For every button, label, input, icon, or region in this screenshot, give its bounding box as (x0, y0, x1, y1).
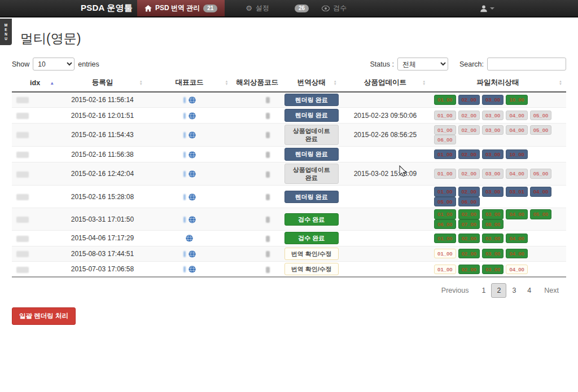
globe-icon[interactable] (189, 216, 196, 223)
file-status-badge[interactable]: 02_00 (458, 187, 480, 196)
file-status-badge[interactable]: 01_00 (434, 95, 456, 104)
status-badge[interactable]: 렌더링 완료 (284, 109, 339, 121)
table-row[interactable]: 2015-02-16 11:56:38렌더링 완료01_0002_0003_00… (12, 147, 566, 162)
file-status-badge[interactable]: 04_00 (506, 111, 527, 120)
file-status-badge[interactable]: 02_00 (458, 169, 480, 178)
table-row[interactable]: 2015-08-03 17:44:51번역 확인/수정01_0002_0003_… (12, 246, 566, 262)
user-menu[interactable] (480, 0, 494, 16)
nav-item-settings[interactable]: ⚙ 설정 (238, 0, 277, 16)
file-status-badge[interactable]: 04_00 (530, 187, 551, 196)
file-status-badge[interactable]: 02_00 (458, 209, 480, 219)
table-row[interactable]: 2015-02-16 12:01:51렌더링 완료2015-02-23 09:5… (12, 108, 566, 124)
table-row[interactable]: 2015-02-16 11:54:43상품업데이트 완료2015-02-26 0… (12, 123, 566, 147)
globe-icon[interactable] (189, 151, 196, 158)
file-status-badge[interactable]: 02_00 (458, 95, 480, 104)
file-status-badge[interactable]: 04_00 (506, 234, 527, 243)
nav-item-psd-translation[interactable]: PSD 번역 관리 21 (137, 0, 225, 16)
menu-side-tab[interactable]: MENU (0, 19, 12, 45)
status-badge[interactable]: 렌더링 완료 (284, 148, 339, 160)
file-status-badge[interactable]: 03_00 (482, 149, 503, 159)
file-status-badge[interactable]: 03_00 (482, 234, 503, 243)
file-status-badge[interactable]: 05_00 (530, 169, 551, 178)
status-badge[interactable]: 렌더링 완료 (284, 94, 339, 106)
file-status-badge[interactable]: 03_00 (482, 265, 503, 274)
col-header-reg[interactable]: 등록일▲▼ (58, 74, 146, 92)
file-status-badge[interactable]: 10_00 (506, 95, 527, 104)
file-status-badge[interactable]: 02_00 (458, 149, 480, 159)
status-badge[interactable]: 번역 확인/수정 (284, 263, 339, 275)
file-status-badge[interactable]: 01_00 (434, 187, 456, 196)
globe-icon[interactable] (189, 112, 196, 120)
file-status-badge[interactable]: 01_00 (434, 111, 456, 120)
status-badge[interactable]: 상품업데이트 완료 (284, 164, 339, 184)
file-status-badge[interactable]: 02_00 (458, 265, 480, 274)
table-row[interactable]: 2015-04-06 17:17:29검수 완료01_0002_0003_000… (12, 231, 566, 246)
pagination-page-4[interactable]: 4 (522, 283, 537, 298)
file-status-badge[interactable]: 08_00 (482, 219, 503, 229)
file-status-badge[interactable]: 04_00 (506, 209, 527, 219)
page-length-select[interactable]: 10 (33, 58, 75, 71)
globe-icon[interactable] (189, 193, 196, 201)
file-status-badge[interactable]: 06_00 (434, 135, 456, 144)
file-status-badge[interactable]: 04_00 (506, 249, 527, 258)
status-badge[interactable]: 번역 확인/수정 (284, 248, 339, 260)
table-row[interactable]: 2015-02-16 12:42:04상품업데이트 완료2015-03-02 1… (12, 162, 566, 186)
status-badge[interactable]: 렌더링 완료 (284, 191, 339, 203)
file-status-badge[interactable]: 03_00 (482, 111, 503, 120)
file-status-badge[interactable]: 03_00 (482, 95, 503, 104)
batch-render-button[interactable]: 일괄 렌더링 처리 (12, 307, 76, 325)
status-filter-select[interactable]: 전체 (397, 58, 448, 71)
globe-icon[interactable] (189, 266, 196, 273)
file-status-badge[interactable]: 07_00 (458, 219, 480, 229)
status-badge[interactable]: 검수 완료 (284, 232, 339, 244)
file-status-badge[interactable]: 03_00 (482, 169, 503, 178)
file-status-badge[interactable]: 06_00 (434, 219, 456, 229)
table-row[interactable]: 2015-02-16 15:28:08렌더링 완료01_0002_0003_00… (12, 186, 566, 208)
globe-icon[interactable] (189, 96, 196, 104)
search-input[interactable] (487, 58, 566, 71)
file-status-badge[interactable]: 04_00 (506, 265, 527, 274)
col-header-ovs[interactable]: 해외상품코드▲▼ (233, 74, 282, 92)
file-status-badge[interactable]: 03_00 (482, 187, 503, 196)
globe-icon[interactable] (189, 131, 196, 139)
file-status-badge[interactable]: 03_00 (482, 249, 503, 258)
file-status-badge[interactable]: 01_00 (434, 234, 456, 243)
file-status-badge[interactable]: 01_00 (434, 125, 456, 135)
pagination-page-2[interactable]: 2 (491, 283, 506, 298)
file-status-badge[interactable]: 02_00 (458, 249, 480, 258)
file-status-badge[interactable]: 05_00 (530, 125, 551, 135)
file-status-badge[interactable]: 01_00 (434, 169, 456, 178)
file-status-badge[interactable]: 02_00 (458, 125, 480, 135)
file-status-badge[interactable]: 05_00 (530, 209, 551, 219)
table-row[interactable]: 2015-02-16 11:56:14렌더링 완료01_0002_0003_00… (12, 92, 566, 108)
pagination-page-3[interactable]: 3 (506, 283, 522, 298)
file-status-badge[interactable]: 01_00 (434, 265, 456, 274)
col-header-st[interactable]: 번역상태▲▼ (282, 74, 341, 92)
file-status-badge[interactable]: 01_00 (434, 149, 456, 159)
file-status-badge[interactable]: 04_00 (506, 125, 527, 135)
file-status-badge[interactable]: 02_00 (458, 234, 480, 243)
pagination-previous[interactable]: Previous (434, 283, 476, 298)
nav-item-review[interactable]: 검수 (314, 0, 354, 16)
table-row[interactable]: 2015-07-03 17:06:58번역 확인/수정01_0002_0003_… (12, 262, 566, 278)
globe-icon[interactable] (186, 235, 193, 242)
pagination-next[interactable]: Next (537, 283, 566, 298)
file-status-badge[interactable]: 02_00 (458, 111, 480, 120)
file-status-badge[interactable]: 03_00 (482, 125, 503, 135)
status-badge[interactable]: 상품업데이트 완료 (284, 125, 339, 146)
file-status-badge[interactable]: 04_00 (506, 169, 527, 178)
file-status-badge[interactable]: 05_00 (530, 111, 551, 120)
file-status-badge[interactable]: 03_01 (506, 187, 527, 196)
col-header-upd[interactable]: 상품업데이트▲▼ (341, 74, 430, 92)
col-header-rep[interactable]: 대표코드▲▼ (147, 74, 233, 92)
file-status-badge[interactable]: 05_00 (434, 197, 456, 206)
table-row[interactable]: 2015-03-31 17:01:50검수 완료01_0002_0003_000… (12, 208, 566, 231)
file-status-badge[interactable]: 03_00 (482, 209, 503, 219)
file-status-badge[interactable]: 06_00 (458, 197, 480, 206)
col-header-idx[interactable]: idx▲ (12, 74, 58, 92)
status-badge[interactable]: 검수 완료 (284, 213, 339, 226)
file-status-badge[interactable]: 01_00 (434, 249, 456, 258)
pagination-page-1[interactable]: 1 (476, 283, 491, 298)
col-header-file[interactable]: 파일처리상태▲▼ (430, 74, 566, 92)
file-status-badge[interactable]: 10_00 (506, 149, 527, 159)
